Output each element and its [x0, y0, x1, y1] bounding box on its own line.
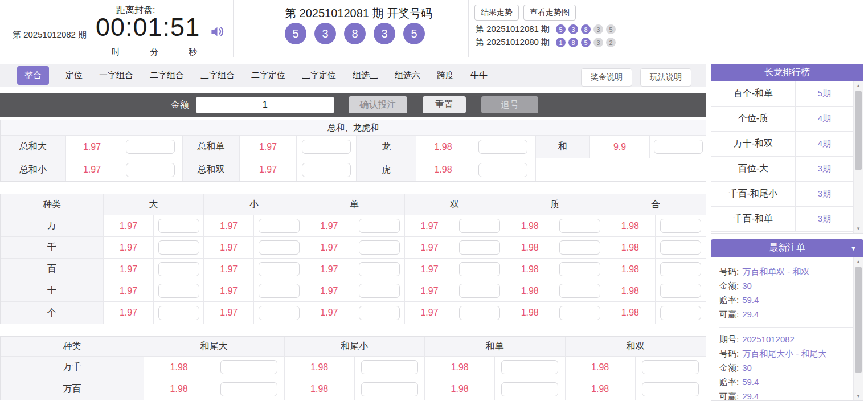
bet-amount-input[interactable]: [559, 306, 600, 320]
bet-amount-input[interactable]: [660, 284, 701, 298]
rules-info-button[interactable]: 玩法说明: [640, 68, 691, 87]
bet-amount-input[interactable]: [158, 262, 199, 276]
current-issue-label: 第 20251012082 期: [13, 30, 87, 40]
scroll-up-icon[interactable]: ▲: [854, 257, 863, 266]
bet-amount-input[interactable]: [302, 163, 351, 177]
amount-input[interactable]: [196, 97, 334, 113]
tab-item[interactable]: 组选六: [395, 70, 420, 81]
chase-number-button[interactable]: 追号: [481, 96, 538, 113]
scroll-down-icon[interactable]: ▼: [854, 224, 863, 233]
tab-item[interactable]: 三字定位: [302, 70, 336, 81]
tab-item[interactable]: 二字定位: [251, 70, 285, 81]
dragon-rank-item: 千百-和尾小 3期: [711, 182, 853, 207]
bet-amount-input[interactable]: [559, 262, 600, 276]
bet-amount-input[interactable]: [359, 284, 400, 298]
scrollbar-thumb[interactable]: [855, 267, 862, 373]
bet-amount-input[interactable]: [459, 219, 500, 233]
bet-label: 虎: [357, 158, 416, 181]
bet-amount-input[interactable]: [501, 382, 558, 396]
odds-value: 1.98: [416, 158, 470, 181]
scrollbar[interactable]: ▲ ▼: [853, 81, 863, 233]
bet-label: 总和小: [1, 158, 66, 181]
table-row: 万 1.97 1.97 1.97 1.97 1.98 1.98: [1, 215, 706, 237]
bet-amount-input[interactable]: [642, 382, 699, 396]
bet-amount-input[interactable]: [259, 219, 300, 233]
bet-amount-input[interactable]: [220, 382, 277, 396]
row-label: 十: [1, 280, 104, 302]
bet-amount-input[interactable]: [158, 240, 199, 255]
bet-amount-input[interactable]: [359, 219, 400, 233]
bet-amount-input[interactable]: [361, 360, 418, 374]
tab-item[interactable]: 定位: [65, 70, 83, 81]
bet-amount-input[interactable]: [654, 140, 703, 154]
bet-amount-input[interactable]: [158, 219, 199, 233]
bet-amount-input[interactable]: [361, 382, 418, 396]
odds-value: 1.98: [144, 378, 214, 400]
column-header: 和尾小: [285, 337, 425, 357]
scroll-up-icon[interactable]: ▲: [854, 81, 863, 90]
bet-amount-input[interactable]: [660, 219, 701, 233]
bet-amount-input[interactable]: [259, 262, 300, 276]
tab-item[interactable]: 二字组合: [150, 70, 184, 81]
bet-amount-input[interactable]: [259, 284, 300, 298]
bet-amount-input[interactable]: [359, 306, 400, 320]
bet-amount-input[interactable]: [359, 262, 400, 276]
odds-value: 1.98: [425, 357, 495, 378]
dragon-rank-item: 个位-质 4期: [711, 107, 853, 132]
tab-item[interactable]: 跨度: [437, 70, 454, 81]
table-row: 十 1.97 1.97 1.97 1.97 1.98 1.98: [1, 280, 706, 302]
bet-amount-input[interactable]: [359, 240, 400, 255]
tab-integrated[interactable]: 整合: [17, 66, 49, 85]
column-header: 单: [304, 194, 404, 215]
tab-item[interactable]: 组选三: [353, 70, 378, 81]
bet-amount-input[interactable]: [220, 360, 277, 374]
bet-amount-input[interactable]: [459, 284, 500, 298]
confirm-bet-button[interactable]: 确认投注: [349, 96, 407, 113]
tab-item[interactable]: 牛牛: [470, 70, 488, 81]
bet-amount-input[interactable]: [660, 262, 701, 276]
tab-item[interactable]: 一字组合: [99, 70, 133, 81]
bet-amount-input[interactable]: [459, 306, 500, 320]
bet-amount-input[interactable]: [126, 163, 175, 177]
prize-info-button[interactable]: 奖金说明: [581, 68, 632, 87]
bet-label: 和: [536, 136, 590, 158]
result-trend-button[interactable]: 结果走势: [474, 5, 519, 21]
top-header: 第 20251012082 期 距离封盘: 00:01:51 时 分 秒 第 2…: [0, 0, 868, 57]
bet-amount-input[interactable]: [642, 360, 699, 374]
bet-amount-input[interactable]: [302, 140, 351, 154]
bet-amount-input[interactable]: [478, 140, 527, 154]
bet-amount-input[interactable]: [158, 306, 199, 320]
bet-amount-input[interactable]: [559, 240, 600, 255]
scroll-down-icon[interactable]: ▼: [854, 392, 863, 400]
odds-value: 9.9: [590, 136, 650, 158]
column-header: 小: [204, 194, 304, 215]
draw-balls: 5 3 8 3 5: [285, 23, 425, 44]
bet-amount-input[interactable]: [660, 240, 701, 255]
view-trend-chart-button[interactable]: 查看走势图: [523, 5, 576, 21]
chevron-down-icon[interactable]: ▼: [850, 245, 857, 252]
bet-amount-input[interactable]: [660, 306, 701, 320]
bet-amount-input[interactable]: [559, 219, 600, 233]
bet-amount-input[interactable]: [478, 163, 527, 177]
bet-amount-input[interactable]: [459, 262, 500, 276]
odds-value: 1.97: [104, 302, 154, 324]
scrollbar-thumb[interactable]: [855, 91, 862, 170]
odds-value: 1.97: [405, 280, 455, 302]
bet-amount-input[interactable]: [259, 306, 300, 320]
bet-amount-input[interactable]: [501, 360, 558, 374]
sound-icon[interactable]: [210, 24, 225, 42]
reset-button[interactable]: 重置: [423, 96, 466, 113]
bet-amount-input[interactable]: [126, 140, 175, 154]
odds-value: 1.97: [405, 302, 455, 324]
odds-value: 1.97: [240, 158, 297, 181]
scrollbar[interactable]: ▲ ▼: [853, 257, 863, 400]
dragon-rank-streak: 4期: [796, 132, 853, 156]
bet-amount-input[interactable]: [158, 284, 199, 298]
bet-amount-input[interactable]: [559, 284, 600, 298]
bet-amount-input[interactable]: [259, 240, 300, 255]
odds-value: 1.98: [505, 259, 555, 280]
bet-line: 金额:30: [719, 279, 853, 293]
tab-item[interactable]: 三字组合: [200, 70, 235, 81]
draw-ball: 5: [403, 23, 425, 44]
bet-amount-input[interactable]: [459, 240, 500, 255]
